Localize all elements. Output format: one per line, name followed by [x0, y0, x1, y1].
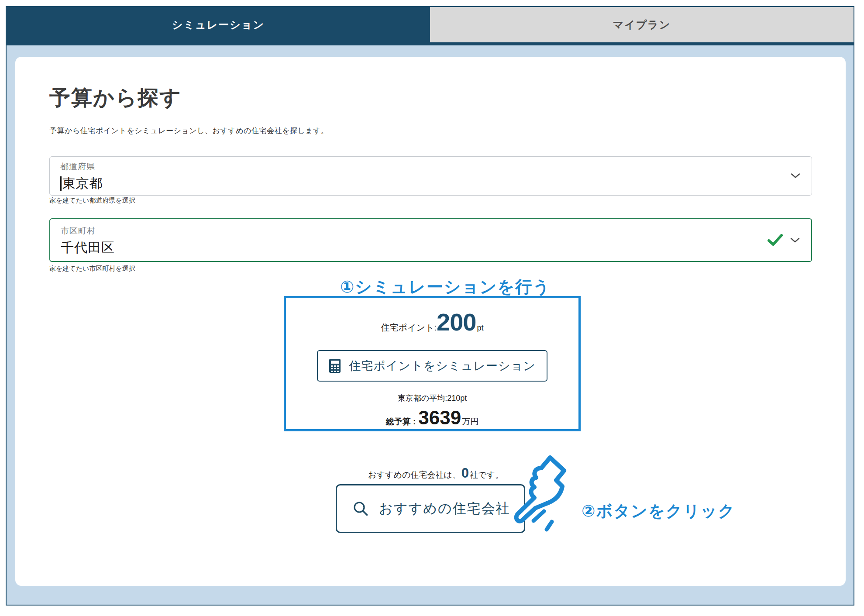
simulate-points-button[interactable]: 住宅ポイントをシミュレーション	[317, 350, 547, 382]
prefecture-value-text: 東京都	[62, 175, 103, 193]
recommended-companies-label: おすすめの住宅会社	[379, 499, 510, 518]
main-card: 予算から探す 予算から住宅ポイントをシミュレーションし、おすすめの住宅会社を探し…	[15, 57, 846, 586]
housing-points-unit: pt	[477, 323, 483, 333]
tab-bar: シミュレーション マイプラン	[7, 7, 854, 45]
prefecture-select[interactable]: 都道府県 東京都	[49, 156, 812, 196]
step1-annotation: ①シミュレーションを行う	[30, 276, 861, 298]
search-icon	[353, 501, 368, 516]
chevron-down-icon[interactable]	[791, 173, 800, 179]
housing-points-value: 200	[437, 308, 476, 336]
city-select[interactable]: 市区町村 千代田区	[49, 218, 812, 262]
prefecture-value: 東京都	[60, 175, 812, 193]
total-budget-row: 総予算 : 3639 万円	[386, 407, 479, 429]
recommended-count-line: おすすめの住宅会社は、0社です。	[21, 465, 851, 481]
tab-myplan[interactable]: マイプラン	[430, 7, 854, 42]
calculator-icon	[329, 358, 341, 373]
total-budget-label: 総予算 :	[386, 416, 416, 427]
housing-points-label: 住宅ポイント:	[381, 322, 437, 334]
recommended-companies-button[interactable]: おすすめの住宅会社	[336, 484, 525, 533]
page-title: 予算から探す	[49, 85, 182, 111]
recommended-count-suffix: 社です。	[470, 470, 503, 479]
city-label: 市区町村	[61, 225, 811, 237]
simulate-points-label: 住宅ポイントをシミュレーション	[349, 358, 536, 374]
total-budget-value: 3639	[418, 407, 461, 429]
page-subtitle: 予算から住宅ポイントをシミュレーションし、おすすめの住宅会社を探します。	[49, 126, 329, 136]
app-frame: シミュレーション マイプラン 予算から探す 予算から住宅ポイントをシミュレーショ…	[6, 6, 854, 606]
city-value: 千代田区	[61, 239, 811, 257]
total-budget-unit: 万円	[462, 416, 478, 427]
step2-annotation: ②ボタンをクリック	[582, 500, 735, 522]
city-value-text: 千代田区	[61, 239, 115, 257]
city-helper: 家を建てたい市区町村を選択	[49, 265, 135, 273]
prefecture-label: 都道府県	[60, 161, 812, 172]
recommended-count-prefix: おすすめの住宅会社は、	[368, 470, 461, 479]
recommended-count: 0	[461, 465, 470, 481]
simulation-box: 住宅ポイント: 200 pt 住宅ポイントをシミュレーション	[284, 296, 581, 431]
chevron-down-icon[interactable]	[790, 237, 800, 243]
prefecture-average: 東京都の平均:210pt	[398, 393, 467, 403]
prefecture-helper: 家を建てたい都道府県を選択	[49, 196, 135, 205]
tab-simulation[interactable]: シミュレーション	[7, 7, 430, 42]
text-caret	[60, 176, 62, 191]
check-icon	[768, 234, 783, 246]
housing-points-row: 住宅ポイント: 200 pt	[381, 308, 484, 336]
content-area: 予算から探す 予算から住宅ポイントをシミュレーションし、おすすめの住宅会社を探し…	[7, 45, 854, 605]
